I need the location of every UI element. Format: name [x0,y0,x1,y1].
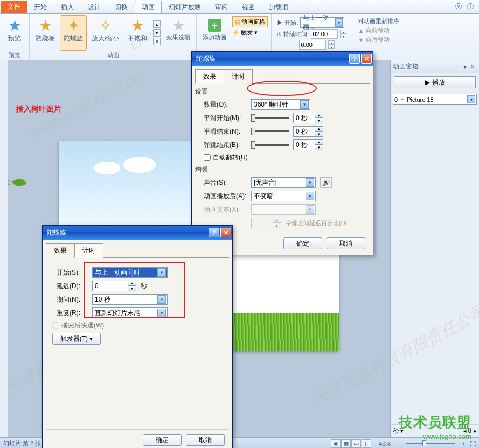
ok-button[interactable]: 确定 [143,434,182,446]
sorter-view-button[interactable]: ▦ [341,439,351,448]
tab-view[interactable]: 视图 [235,1,262,13]
after-anim-dropdown[interactable]: 不变暗▾ [251,191,316,201]
auto-reverse-checkbox[interactable] [204,154,211,161]
star-icon: ✦ [65,17,82,34]
anim-play-button[interactable]: ▶ 播放 [394,76,476,88]
dialog-close-button[interactable]: ✕ [220,228,231,237]
move-later[interactable]: ▼向后移动 [358,36,399,44]
tab-effect[interactable]: 效果 [46,243,75,258]
ok-button[interactable]: 确定 [283,237,322,249]
start-dropdown[interactable]: 与上一动画...▾ [300,17,344,28]
brand-url: www.jsgho.com [423,432,471,440]
smooth-start-label: 平滑开始(M): [204,114,247,123]
animation-pane-button[interactable]: ▤ 动画窗格 [232,16,268,27]
smooth-end-slider[interactable] [251,130,289,132]
cancel-button[interactable]: 取消 [186,434,225,446]
dialog-titlebar[interactable]: 陀螺旋 ? ✕ [43,226,232,240]
zoom-out-button[interactable]: − [395,440,398,447]
dialog-help-button[interactable]: ? [349,54,360,64]
minimize-ribbon-icon[interactable]: ⓥ [454,3,463,11]
star-icon: ★ [170,17,187,34]
star-icon: ★ [37,17,54,34]
rewind-checkbox [52,322,59,329]
duration-label: ⊙ 持续时间: [277,30,309,38]
anim-pane-dropdown[interactable]: ▾ [461,63,469,71]
amount-dropdown[interactable]: 360° 顺时针▾ [251,99,310,110]
tab-home[interactable]: 开始 [27,1,54,13]
tab-review[interactable]: 审阅 [208,1,235,13]
chevron-down-icon: ▾ [306,205,314,214]
zoom-in-button[interactable]: + [462,440,466,447]
smooth-start-spin[interactable]: ▴▾ [293,113,323,123]
anim-spin[interactable]: ✦ 陀螺旋 [60,15,87,51]
anim-pane-close[interactable]: × [469,63,477,71]
anim-teeter[interactable]: ★ 跷跷板 [32,15,59,51]
tab-design[interactable]: 设计 [81,1,108,13]
timeline-right-icon[interactable]: ▸ [474,428,477,435]
tab-effect[interactable]: 效果 [195,69,224,84]
tab-addins[interactable]: 加载项 [262,1,295,13]
dialog-titlebar[interactable]: 陀螺旋 ? ✕ [192,52,373,66]
slideshow-view-button[interactable]: ▯ [362,439,371,448]
dialog-help-button[interactable]: ? [209,228,219,237]
delay-spinner[interactable]: ▴▾ [328,40,335,49]
rewind-label: 播完后快退(W) [61,321,104,330]
anim-text-dropdown: ▾ [251,204,316,215]
zoom-percent[interactable]: 40% [379,440,391,447]
gallery-down-icon[interactable]: ▾ [153,29,161,37]
duration-input[interactable] [311,29,338,39]
delay-input[interactable] [299,40,326,50]
group-label-animation: 动画 [32,51,194,60]
delay-spin[interactable]: ▴▾ [92,281,136,291]
gallery-more-icon[interactable]: ≡ [153,38,161,45]
repeat-dropdown[interactable]: 直到幻灯片末尾▾ [92,307,168,318]
trigger-button[interactable]: ⚡ 触发 ▾ [232,29,268,37]
bounce-end-slider[interactable] [251,144,289,146]
triggers-button[interactable]: 触发器(T) ▾ [52,333,101,345]
after-anim-label: 动画播放后(A): [204,192,247,201]
sound-dropdown[interactable]: [无声音]▾ [251,177,316,188]
dialog-close-button[interactable]: ✕ [361,54,372,64]
gallery-up-icon[interactable]: ▴ [153,20,161,28]
period-dropdown[interactable]: 10 秒▾ [92,294,168,305]
fit-window-button[interactable]: ⛶ [470,440,476,447]
start-label: 开始(S): [57,268,88,277]
chevron-down-icon: ▾ [306,192,314,200]
zoom-slider[interactable] [406,443,455,444]
cancel-button[interactable]: 取消 [327,237,365,249]
smooth-end-spin[interactable]: ▴▾ [293,126,323,137]
move-earlier[interactable]: ▲向前移动 [358,26,399,34]
chevron-down-icon[interactable]: ▾ [467,95,475,103]
normal-view-button[interactable]: ▣ [331,439,341,448]
start-dropdown[interactable]: 与上一动画同时▾ [92,267,168,278]
help-icon[interactable]: ⓘ [466,3,475,11]
duration-spinner[interactable]: ▴▾ [340,30,346,38]
tab-animations[interactable]: 动画 [135,1,162,13]
anim-desaturate[interactable]: ★ 不饱和 [124,15,151,51]
tab-insert[interactable]: 插入 [54,1,81,13]
item-index: 0 [394,96,398,103]
reading-view-button[interactable]: ▭ [351,439,361,448]
add-animation-button[interactable]: ＋ 添加动画 [199,15,230,52]
annotation-insert-leaf: 插入树叶图片 [16,104,61,114]
clouds-graphic [75,152,183,184]
tab-timing[interactable]: 计时 [74,243,103,258]
repeat-label: 重复(R): [57,309,88,318]
effect-options-button[interactable]: ★ 效果选项 [163,15,194,51]
amount-label: 数量(O): [204,100,247,109]
pane-icon: ▤ [235,18,240,25]
smooth-start-slider[interactable] [251,117,289,119]
preview-button[interactable]: ★ 预览 [2,15,27,51]
tab-transitions[interactable]: 切换 [108,1,135,13]
anim-grow-shrink[interactable]: ✧ 放大/缩小 [88,15,123,51]
anim-list-item[interactable]: 0 ✦ Picture 18 ▾ [393,94,477,105]
tab-file[interactable]: 文件 [1,1,27,13]
bounce-end-spin[interactable]: ▴▾ [293,139,323,150]
enhance-section: 增强 [195,165,370,174]
tab-slideshow[interactable]: 幻灯片放映 [162,1,208,13]
speaker-icon[interactable]: 🔊 [320,177,332,188]
tab-timing[interactable]: 计时 [224,69,253,84]
thumbnails-collapsed[interactable] [0,60,8,437]
chevron-down-icon: ▾ [300,100,309,109]
dialog-title: 陀螺旋 [47,228,66,237]
